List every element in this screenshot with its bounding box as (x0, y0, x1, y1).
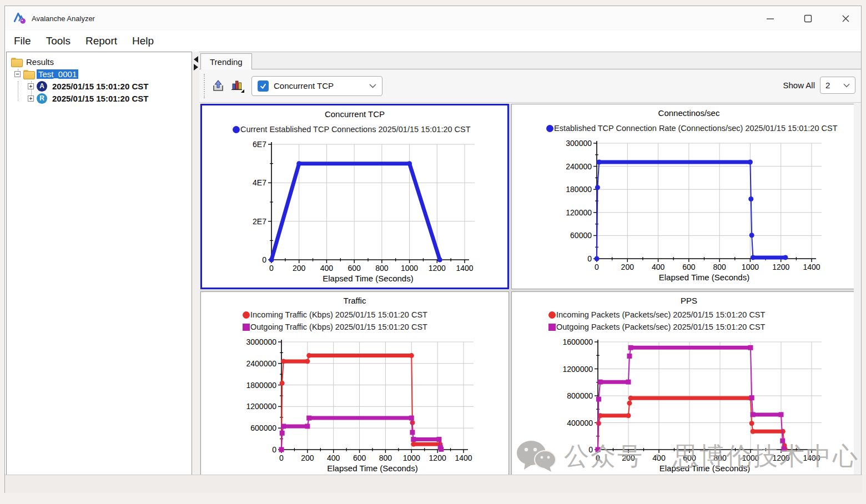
collapse-left-arrow-icon[interactable] (194, 56, 198, 63)
svg-text:Elapsed Time (Seconds): Elapsed Time (Seconds) (323, 274, 413, 283)
panel-splitter[interactable] (192, 52, 199, 491)
svg-text:200: 200 (621, 263, 635, 271)
svg-text:0: 0 (587, 254, 592, 263)
tree-node-label: 2025/01/15 15:01:20 CST (51, 94, 150, 103)
svg-text:120000: 120000 (566, 208, 592, 217)
svg-text:Elapsed Time (Seconds): Elapsed Time (Seconds) (327, 463, 417, 473)
chart-plot: 0200400600800100012001400060000012000001… (201, 335, 509, 479)
svg-text:2400000: 2400000 (246, 359, 276, 368)
svg-text:1000: 1000 (401, 264, 418, 273)
menu-bar: File Tools Report Help (5, 31, 861, 52)
title-bar[interactable]: Avalanche Analyzer (5, 6, 861, 31)
svg-text:1200: 1200 (429, 453, 446, 462)
svg-text:600000: 600000 (250, 424, 276, 432)
tree-node-test-0001[interactable]: Test_0001 (7, 68, 192, 80)
legend-row: Outgoing Traffic (Kbps) 2025/01/15 15:01… (243, 321, 508, 333)
chart-card-traffic[interactable]: Traffic Incoming Traffic (Kbps) 2025/01/… (200, 291, 509, 479)
tree-node-run-result[interactable]: R 2025/01/15 15:01:20 CST (7, 92, 192, 104)
svg-text:600: 600 (353, 453, 366, 462)
window-title: Avalanche Analyzer (32, 14, 95, 23)
svg-text:800000: 800000 (567, 391, 593, 400)
show-all-label: Show All (783, 80, 815, 90)
menu-help[interactable]: Help (132, 35, 154, 47)
charts-grid: Concurrent TCP Current Established TCP C… (200, 104, 854, 480)
svg-text:1400: 1400 (803, 263, 820, 271)
svg-text:800: 800 (713, 263, 726, 271)
svg-text:1600000: 1600000 (562, 337, 593, 346)
tree-root-results[interactable]: Results (7, 56, 192, 68)
legend-row: Current Established TCP Connections 2025… (233, 123, 507, 135)
svg-text:1800000: 1800000 (246, 381, 276, 390)
app-window: Avalanche Analyzer File Tools Report Hel… (4, 6, 862, 493)
svg-text:1400: 1400 (455, 453, 472, 462)
chart-title: Connectinos/sec (512, 108, 854, 118)
chart-type-icon[interactable] (230, 79, 245, 93)
show-all-value: 2 (825, 80, 830, 90)
expand-expander-icon[interactable] (28, 95, 34, 102)
app-logo-icon (13, 11, 27, 26)
svg-text:0: 0 (272, 445, 276, 454)
svg-text:800: 800 (379, 453, 392, 462)
legend-circle-marker-icon (546, 125, 553, 132)
svg-text:2E7: 2E7 (253, 217, 266, 226)
checked-checkbox-icon[interactable] (258, 80, 269, 92)
chart-select-combobox[interactable]: Concurrent TCP (251, 76, 382, 96)
export-chart-icon[interactable] (211, 79, 225, 93)
legend-row: Incoming Packets (Packets/sec) 2025/01/1… (548, 309, 854, 321)
folder-icon (11, 58, 22, 66)
svg-text:600: 600 (683, 453, 696, 462)
expand-expander-icon[interactable] (28, 83, 34, 89)
show-all-combobox[interactable]: 2 (820, 77, 855, 94)
chart-toolbar: Concurrent TCP Show All 2 (199, 69, 861, 103)
tree-node-attack-result[interactable]: A 2025/01/15 15:01:20 CST (7, 80, 192, 92)
svg-text:1200: 1200 (772, 453, 789, 462)
legend-square-marker-icon (548, 324, 556, 331)
chart-title: Concurrent TCP (202, 109, 507, 119)
menu-report[interactable]: Report (85, 35, 117, 47)
svg-text:0: 0 (269, 264, 274, 273)
minimize-button[interactable] (766, 14, 774, 23)
menu-tools[interactable]: Tools (46, 35, 71, 47)
svg-text:1000: 1000 (742, 453, 759, 462)
legend-circle-marker-icon (243, 311, 250, 319)
svg-text:3000000: 3000000 (246, 337, 276, 346)
legend-square-marker-icon (243, 324, 250, 331)
chart-legend: Incoming Traffic (Kbps) 2025/01/15 15:01… (201, 309, 508, 333)
svg-text:240000: 240000 (566, 162, 592, 171)
tree-node-label: 2025/01/15 15:01:20 CST (51, 82, 150, 91)
svg-text:1400: 1400 (456, 264, 473, 273)
menu-file[interactable]: File (14, 35, 31, 47)
tree-root-label: Results (24, 57, 56, 67)
svg-text:0: 0 (262, 255, 266, 264)
status-bar (5, 475, 862, 493)
svg-text:1200: 1200 (429, 264, 446, 273)
svg-text:1200000: 1200000 (246, 402, 276, 411)
collapse-right-arrow-icon[interactable] (194, 64, 198, 70)
chart-legend: Established TCP Connection Rate (Connect… (512, 122, 854, 134)
svg-text:200: 200 (301, 453, 314, 462)
svg-text:400: 400 (652, 453, 666, 462)
chevron-down-icon (843, 83, 850, 88)
close-button[interactable] (841, 14, 850, 23)
svg-text:1400: 1400 (803, 453, 820, 462)
legend-row: Outgoing Packets (Packets/sec) 2025/01/1… (548, 321, 854, 333)
svg-text:1000: 1000 (742, 263, 759, 271)
chart-card-pps[interactable]: PPS Incoming Packets (Packets/sec) 2025/… (511, 291, 854, 479)
tab-trending[interactable]: Trending (200, 53, 252, 70)
r-badge-icon: R (37, 93, 47, 104)
svg-text:400: 400 (320, 264, 334, 273)
svg-text:400: 400 (327, 453, 340, 462)
chart-legend: Current Established TCP Connections 2025… (202, 123, 507, 135)
svg-text:180000: 180000 (566, 185, 592, 194)
svg-text:Elapsed Time (Seconds): Elapsed Time (Seconds) (659, 463, 750, 473)
chart-card-concurrent-tcp[interactable]: Concurrent TCP Current Established TCP C… (200, 104, 509, 289)
chart-legend: Incoming Packets (Packets/sec) 2025/01/1… (512, 309, 854, 333)
legend-circle-marker-icon (233, 126, 240, 133)
collapse-expander-icon[interactable] (14, 71, 21, 77)
toolbar-grip[interactable] (204, 74, 206, 98)
svg-text:1000: 1000 (403, 453, 420, 462)
chart-plot: 0200400600800100012001400060000120000180… (512, 137, 854, 289)
chart-card-connections-sec[interactable]: Connectinos/sec Established TCP Connecti… (511, 104, 854, 289)
svg-text:60000: 60000 (570, 231, 592, 240)
maximize-button[interactable] (803, 14, 812, 23)
